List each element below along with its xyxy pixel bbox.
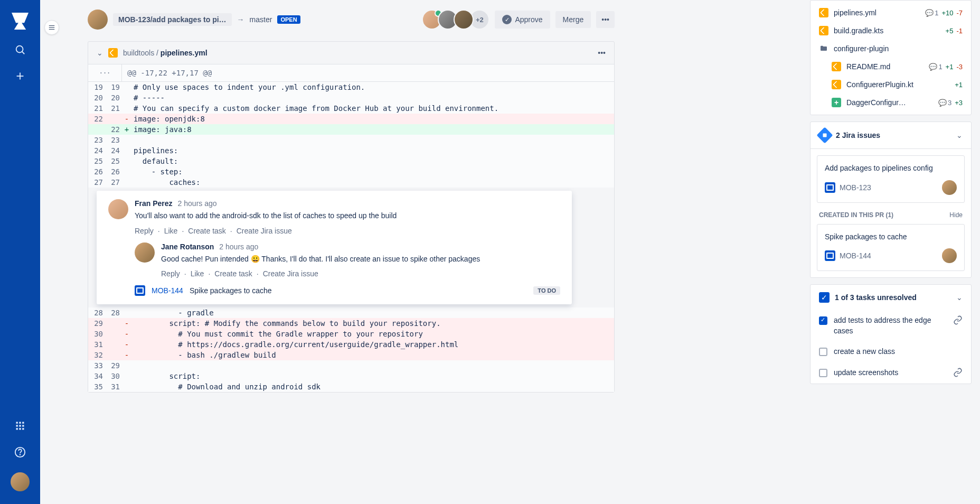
file-tree-panel: pipelines.yml 💬1+10-7 build.gradle.kts +… bbox=[810, 0, 972, 115]
link-icon[interactable] bbox=[953, 368, 963, 377]
svg-point-14 bbox=[20, 454, 21, 455]
diff-panel: ⌄ buildtools / pipelines.yml ••• ··· @@ … bbox=[88, 41, 615, 393]
assignee-avatar[interactable] bbox=[942, 248, 957, 263]
comment-text: Good cache! Pun intended 😀 Thanks, I'll … bbox=[161, 254, 560, 265]
comment-avatar[interactable] bbox=[135, 242, 155, 263]
main-content: MOB-123/add packages to pi… → master OPE… bbox=[88, 10, 615, 393]
comment-text: You'll also want to add the android-sdk … bbox=[135, 211, 560, 221]
diff-line[interactable]: 3531 # Download and unzip android sdk bbox=[88, 381, 614, 392]
like-button[interactable]: Like bbox=[164, 227, 178, 235]
task-checkbox[interactable] bbox=[819, 348, 827, 356]
issue-key[interactable]: MOB-144 bbox=[152, 286, 183, 295]
create-jira-button[interactable]: Create Jira issue bbox=[237, 227, 292, 235]
file-tree-item[interactable]: pipelines.yml 💬1+10-7 bbox=[811, 4, 971, 22]
create-jira-button[interactable]: Create Jira issue bbox=[263, 269, 318, 278]
merge-button[interactable]: Merge bbox=[555, 11, 591, 28]
comment-time: 2 hours ago bbox=[219, 242, 258, 251]
expand-hunk-button[interactable]: ··· bbox=[88, 64, 122, 81]
file-more-icon[interactable]: ••• bbox=[598, 49, 606, 57]
diff-line[interactable]: 1919# Only use spaces to indent your .ym… bbox=[88, 82, 614, 92]
diff-line[interactable]: 2828 - gradle bbox=[88, 307, 614, 318]
diff-line[interactable]: 2525 default: bbox=[88, 156, 614, 166]
task-checkbox[interactable] bbox=[819, 316, 827, 325]
diff-line[interactable]: 3430 script: bbox=[88, 371, 614, 381]
profile-avatar[interactable] bbox=[11, 472, 30, 491]
comment-count-icon: 💬1 bbox=[925, 9, 938, 17]
svg-rect-9 bbox=[22, 425, 24, 426]
diff-line[interactable]: 3329 bbox=[88, 360, 614, 371]
linked-jira-issue[interactable]: MOB-144 Spike packages to cache TO DO bbox=[135, 285, 560, 296]
inline-comment-thread: Fran Perez2 hours ago You'll also want t… bbox=[97, 191, 572, 304]
svg-rect-6 bbox=[22, 422, 24, 424]
comment: Fran Perez2 hours ago You'll also want t… bbox=[108, 199, 560, 235]
sidebar-toggle-button[interactable] bbox=[44, 20, 59, 35]
global-nav bbox=[0, 0, 40, 504]
bitbucket-logo-icon[interactable] bbox=[12, 13, 29, 30]
create-task-button[interactable]: Create task bbox=[214, 269, 252, 278]
tasks-icon: ✓ bbox=[819, 292, 830, 303]
link-icon[interactable] bbox=[953, 315, 963, 325]
diff-line[interactable]: 29- script: # Modify the commands below … bbox=[88, 318, 614, 329]
file-tree-item[interactable]: README.md 💬1+1-3 bbox=[811, 58, 971, 76]
jira-issue-icon bbox=[825, 182, 835, 193]
diff-line[interactable]: 2020# ----- bbox=[88, 92, 614, 103]
help-icon[interactable] bbox=[14, 446, 26, 459]
create-task-button[interactable]: Create task bbox=[188, 227, 226, 235]
jira-issue-card[interactable]: Spike packages to cache MOB-144 bbox=[817, 224, 965, 272]
comment-count-icon: 💬3 bbox=[938, 99, 951, 107]
assignee-avatar[interactable] bbox=[942, 180, 957, 195]
svg-rect-4 bbox=[16, 422, 18, 424]
svg-line-1 bbox=[22, 52, 25, 54]
file-tree-item[interactable]: ConfiguererPlugin.kt +1 bbox=[811, 76, 971, 94]
panel-header[interactable]: 2 Jira issues ⌄ bbox=[811, 122, 971, 149]
reply-button[interactable]: Reply bbox=[161, 269, 180, 278]
target-branch[interactable]: master bbox=[250, 15, 272, 24]
reviewers-facepile[interactable]: +2 bbox=[426, 10, 489, 30]
reply-button[interactable]: Reply bbox=[135, 227, 154, 235]
comment-avatar[interactable] bbox=[108, 199, 128, 219]
diff-line[interactable]: 32- - bash ./gradlew build bbox=[88, 350, 614, 360]
diff-line[interactable]: 30- # You must commit the Gradle wrapper… bbox=[88, 329, 614, 339]
diff-line[interactable]: 2424pipelines: bbox=[88, 145, 614, 156]
diff-line[interactable]: 2323 bbox=[88, 135, 614, 145]
task-item[interactable]: add tests to address the edge cases bbox=[811, 310, 971, 341]
jira-issue-card[interactable]: Add packages to pipelines config MOB-123 bbox=[817, 155, 965, 203]
file-tree-item[interactable]: + DaggerConfigur… 💬3+3 bbox=[811, 94, 971, 111]
approve-button[interactable]: ✓Approve bbox=[495, 11, 550, 29]
diff-line[interactable]: 31- # https://docs.gradle.org/current/us… bbox=[88, 339, 614, 350]
chevron-down-icon[interactable]: ⌄ bbox=[956, 293, 963, 302]
hide-button[interactable]: Hide bbox=[949, 211, 963, 219]
like-button[interactable]: Like bbox=[191, 269, 204, 278]
chevron-down-icon[interactable]: ⌄ bbox=[956, 131, 963, 139]
svg-rect-8 bbox=[19, 425, 21, 426]
more-actions-button[interactable]: ••• bbox=[596, 11, 615, 28]
chevron-down-icon[interactable]: ⌄ bbox=[97, 49, 103, 57]
diff-line[interactable]: 22-image: openjdk:8 bbox=[88, 114, 614, 124]
task-item[interactable]: create a new class bbox=[811, 341, 971, 362]
source-branch[interactable]: MOB-123/add packages to pi… bbox=[113, 13, 232, 26]
task-checkbox[interactable] bbox=[819, 369, 827, 377]
diff-line[interactable]: 2626 - step: bbox=[88, 166, 614, 177]
diff-line[interactable]: 2727 caches: bbox=[88, 177, 614, 188]
jira-issues-panel: 2 Jira issues ⌄ Add packages to pipeline… bbox=[810, 122, 972, 278]
comment-author[interactable]: Jane Rotanson bbox=[161, 242, 214, 251]
diff-line[interactable]: 22+image: java:8 bbox=[88, 124, 614, 135]
create-icon[interactable] bbox=[14, 70, 26, 82]
added-icon: + bbox=[832, 98, 841, 107]
comment-actions: Reply· Like· Create task· Create Jira is… bbox=[135, 227, 560, 235]
apps-icon[interactable] bbox=[14, 419, 26, 432]
issue-summary: Spike packages to cache bbox=[190, 286, 272, 295]
panel-header[interactable]: ✓ 1 of 3 tasks unresolved ⌄ bbox=[811, 285, 971, 310]
diff-line[interactable]: 2121# You can specify a custom docker im… bbox=[88, 103, 614, 114]
file-tree-item[interactable]: build.gradle.kts +5-1 bbox=[811, 22, 971, 40]
svg-rect-5 bbox=[19, 422, 21, 424]
file-header[interactable]: ⌄ buildtools / pipelines.yml ••• bbox=[88, 42, 614, 64]
pr-status-badge: OPEN bbox=[277, 15, 300, 24]
task-item[interactable]: update screenshots bbox=[811, 362, 971, 384]
author-avatar[interactable] bbox=[88, 10, 108, 30]
file-tree-folder[interactable]: configurer-plugin bbox=[811, 40, 971, 58]
jira-icon bbox=[816, 127, 833, 143]
comment-author[interactable]: Fran Perez bbox=[135, 199, 173, 208]
search-icon[interactable] bbox=[14, 43, 26, 56]
check-icon: ✓ bbox=[502, 15, 512, 24]
